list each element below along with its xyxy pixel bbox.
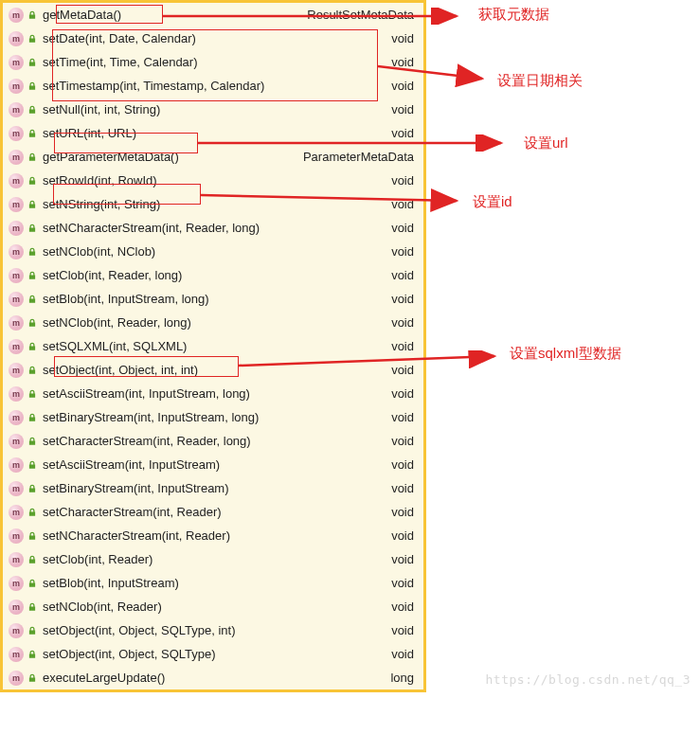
return-type: void [391,576,418,590]
return-type: void [391,528,418,543]
method-icon: m [9,434,24,449]
annotation-text: 设置id [473,193,512,211]
annotation-text: 设置日期相关 [497,72,583,90]
method-icon: m [9,623,24,638]
method-icon: m [9,31,24,46]
method-row[interactable]: msetRowId(int, RowId)void [3,169,423,192]
lock-icon [27,437,37,446]
method-icon: m [9,410,24,425]
method-name: setNCharacterStream(int, Reader, long) [43,221,391,235]
method-name: setNCharacterStream(int, Reader) [43,528,391,543]
lock-icon [27,152,37,162]
method-row[interactable]: msetNClob(int, NClob)void [3,240,423,263]
method-row[interactable]: msetCharacterStream(int, Reader)void [3,500,423,524]
method-row[interactable]: msetObject(int, Object, SQLType)void [3,642,423,666]
method-row[interactable]: msetCharacterStream(int, Reader, long)vo… [3,429,423,453]
method-icon: m [9,55,24,70]
method-row[interactable]: msetBlob(int, InputStream, long)void [3,287,423,311]
method-row[interactable]: msetBlob(int, InputStream)void [3,571,423,595]
method-name: setDate(int, Date, Calendar) [43,31,391,45]
method-row[interactable]: msetNClob(int, Reader)void [3,595,423,618]
return-type: void [391,623,418,637]
method-icon: m [9,173,24,188]
method-row[interactable]: msetNull(int, int, String)void [3,98,423,121]
method-row[interactable]: msetNCharacterStream(int, Reader)void [3,524,423,547]
method-row[interactable]: msetObject(int, Object, SQLType, int)voi… [3,618,423,642]
method-icon: m [9,386,24,402]
method-icon: m [9,150,24,165]
return-type: void [391,31,418,45]
method-name: setBlob(int, InputStream) [43,576,391,590]
method-row[interactable]: msetNString(int, String)void [3,192,423,216]
method-name: setNClob(int, Reader, long) [43,315,391,330]
lock-icon [27,295,37,304]
return-type: ResultSetMetaData [307,8,418,22]
method-name: setNString(int, String) [43,197,391,211]
return-type: void [391,292,418,306]
return-type: void [391,600,418,614]
annotation-text: 设置url [524,134,568,152]
method-name: setCharacterStream(int, Reader, long) [43,434,391,448]
method-icon: m [9,339,24,354]
method-row[interactable]: msetTime(int, Time, Calendar)void [3,50,423,74]
lock-icon [27,81,37,91]
return-type: void [391,386,418,401]
method-row[interactable]: msetObject(int, Object, int, int)void [3,358,423,382]
method-row[interactable]: msetURL(int, URL)void [3,121,423,145]
method-row[interactable]: msetDate(int, Date, Calendar)void [3,27,423,50]
method-row[interactable]: msetTimestamp(int, Timestamp, Calendar)v… [3,74,423,98]
method-row[interactable]: msetNCharacterStream(int, Reader, long)v… [3,216,423,240]
method-name: setBinaryStream(int, InputStream, long) [43,410,391,424]
method-row[interactable]: msetBinaryStream(int, InputStream)void [3,476,423,500]
return-type: long [390,671,418,685]
return-type: void [391,55,418,69]
method-row[interactable]: msetAsciiStream(int, InputStream)void [3,453,423,476]
return-type: void [391,173,418,188]
method-icon: m [9,126,24,141]
method-row[interactable]: msetAsciiStream(int, InputStream, long)v… [3,382,423,405]
return-type: void [391,457,418,472]
method-name: executeLargeUpdate() [43,671,390,685]
method-row[interactable]: mgetMetaData()ResultSetMetaData [3,3,423,27]
method-name: setNClob(int, NClob) [43,244,391,259]
return-type: void [391,552,418,566]
method-name: setObject(int, Object, SQLType) [43,647,391,661]
method-icon: m [9,315,24,331]
method-name: getParameterMetaData() [43,150,303,164]
method-icon: m [9,457,24,473]
method-icon: m [9,8,24,23]
method-row[interactable]: msetSQLXML(int, SQLXML)void [3,334,423,358]
method-icon: m [9,647,24,662]
method-name: setRowId(int, RowId) [43,173,391,188]
lock-icon [27,224,37,233]
method-icon: m [9,102,24,117]
method-row[interactable]: mexecuteLargeUpdate()long [3,666,423,689]
return-type: void [391,126,418,140]
method-icon: m [9,481,24,496]
lock-icon [27,579,37,588]
method-name: setAsciiStream(int, InputStream, long) [43,386,391,401]
lock-icon [27,176,37,186]
watermark-text: https://blog.csdn.net/qq_3 [486,672,691,687]
method-icon: m [9,505,24,520]
method-icon: m [9,79,24,94]
method-row[interactable]: msetNClob(int, Reader, long)void [3,311,423,334]
method-icon: m [9,197,24,212]
method-name: setClob(int, Reader, long) [43,268,391,282]
method-row[interactable]: msetClob(int, Reader, long)void [3,263,423,287]
method-name: setNClob(int, Reader) [43,600,391,614]
method-name: setBinaryStream(int, InputStream) [43,481,391,495]
method-row[interactable]: msetBinaryStream(int, InputStream, long)… [3,405,423,429]
method-name: setObject(int, Object, int, int) [43,363,391,377]
method-row[interactable]: msetClob(int, Reader)void [3,547,423,571]
return-type: void [391,315,418,330]
method-name: setURL(int, URL) [43,126,391,140]
lock-icon [27,626,37,636]
method-row[interactable]: mgetParameterMetaData()ParameterMetaData [3,145,423,169]
return-type: void [391,221,418,235]
method-name: setTime(int, Time, Calendar) [43,55,391,69]
return-type: void [391,363,418,377]
method-name: setAsciiStream(int, InputStream) [43,457,391,472]
return-type: void [391,505,418,519]
return-type: void [391,481,418,495]
